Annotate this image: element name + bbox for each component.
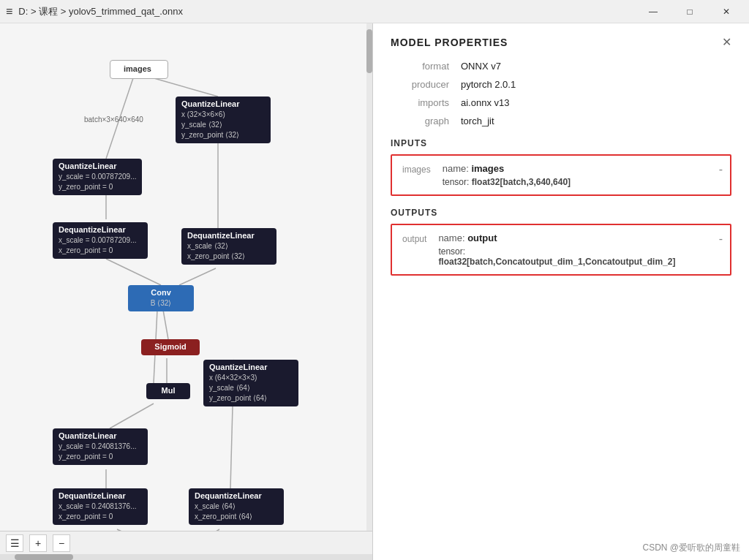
node-quantize1-attr: y_scale = 0.00787209...y_zero_point = 0 bbox=[59, 172, 136, 192]
node-quantize1[interactable]: QuantizeLinear y_scale = 0.00787209...y_… bbox=[53, 159, 142, 195]
format-value: ONNX v7 bbox=[461, 61, 501, 72]
titlebar-path: D: > 课程 > yolov5_trimmed_qat_.onnx bbox=[18, 5, 183, 18]
watermark: CSDN @爱听歌的周童鞋 bbox=[642, 542, 740, 554]
node-quantize4-attr: y_scale = 0.24081376...y_zero_point = 0 bbox=[59, 442, 142, 462]
svg-line-7 bbox=[163, 310, 168, 339]
graph-vscroll[interactable] bbox=[366, 23, 372, 531]
inputs-section-title: INPUTS bbox=[391, 138, 731, 148]
node-dequantize3-attr: x_scale = 0.24081376...x_zero_point = 0 bbox=[59, 502, 142, 522]
node-dequantize2-label: DequantizeLinear bbox=[187, 231, 271, 240]
node-dequantize2[interactable]: DequantizeLinear x_scale ⟨32⟩x_zero_poin… bbox=[181, 228, 276, 265]
svg-line-1 bbox=[146, 76, 218, 97]
inputs-card: images name: images tensor: float32[batc… bbox=[391, 154, 731, 196]
node-quantize4[interactable]: QuantizeLinear y_scale = 0.24081376...y_… bbox=[53, 428, 148, 465]
input-name-row: name: images bbox=[443, 163, 720, 174]
node-images[interactable]: images bbox=[110, 60, 168, 79]
graph-value: torch_jit bbox=[461, 116, 494, 126]
titlebar: ≡ D: > 课程 > yolov5_trimmed_qat_.onnx — □… bbox=[0, 0, 749, 23]
input-card-content: name: images tensor: float32[batch,3,640… bbox=[443, 163, 720, 187]
maximize-button[interactable]: □ bbox=[673, 0, 707, 23]
input-tensor-value: float32[batch,3,640,640] bbox=[472, 177, 571, 187]
svg-line-15 bbox=[187, 529, 219, 531]
input-card-label: images bbox=[402, 163, 431, 187]
hamburger-icon[interactable]: ≡ bbox=[6, 5, 12, 18]
graph-hscroll-thumb bbox=[15, 554, 73, 560]
outputs-section-title: OUTPUTS bbox=[391, 208, 731, 218]
main-layout: batch×3×640×640 bbox=[0, 23, 749, 560]
node-dequantize3[interactable]: DequantizeLinear x_scale = 0.24081376...… bbox=[53, 488, 148, 525]
node-dequantize4-label: DequantizeLinear bbox=[195, 491, 278, 500]
node-quantize1-label: QuantizeLinear bbox=[59, 162, 136, 170]
outputs-card: output name: output tensor:float32[batch… bbox=[391, 224, 731, 276]
input-name-value: images bbox=[471, 163, 504, 174]
titlebar-left: ≡ D: > 课程 > yolov5_trimmed_qat_.onnx bbox=[6, 5, 183, 18]
svg-text:batch×3×640×640: batch×3×640×640 bbox=[84, 116, 143, 124]
format-row: format ONNX v7 bbox=[391, 61, 731, 72]
output-collapse-button[interactable]: - bbox=[719, 232, 723, 246]
imports-row: imports ai.onnx v13 bbox=[391, 97, 731, 108]
output-name-value: output bbox=[467, 232, 497, 243]
svg-line-13 bbox=[230, 406, 233, 488]
zoom-in-icon: + bbox=[35, 537, 41, 549]
node-dequantize3-label: DequantizeLinear bbox=[59, 491, 142, 500]
node-dequantize4-attr: x_scale ⟨64⟩x_zero_point ⟨64⟩ bbox=[195, 502, 278, 522]
window-close-button[interactable]: ✕ bbox=[710, 0, 743, 23]
graph-label: graph bbox=[391, 116, 449, 126]
node-quantize4-label: QuantizeLinear bbox=[59, 431, 142, 440]
zoom-in-button[interactable]: + bbox=[29, 534, 47, 552]
node-quantize3-label: QuantizeLinear bbox=[209, 363, 293, 371]
input-name-key: name: bbox=[443, 163, 472, 174]
producer-value: pytorch 2.0.1 bbox=[461, 79, 516, 90]
titlebar-controls: — □ ✕ bbox=[636, 0, 743, 23]
graph-hscroll[interactable] bbox=[0, 554, 372, 560]
node-dequantize1[interactable]: DequantizeLinear x_scale = 0.00787209...… bbox=[53, 222, 148, 259]
imports-value: ai.onnx v13 bbox=[461, 97, 510, 108]
zoom-out-button[interactable]: − bbox=[53, 534, 70, 552]
imports-label: imports bbox=[391, 97, 449, 108]
output-card-label: output bbox=[402, 232, 426, 267]
node-dequantize2-attr: x_scale ⟨32⟩x_zero_point ⟨32⟩ bbox=[187, 241, 271, 262]
output-name-key: name: bbox=[438, 232, 467, 243]
svg-line-5 bbox=[106, 259, 161, 285]
graph-vscroll-thumb bbox=[366, 29, 372, 73]
panel-close-button[interactable]: ✕ bbox=[722, 35, 731, 49]
graph-toolbar: ☰ + − bbox=[0, 531, 372, 554]
node-quantize2-label: QuantizeLinear bbox=[181, 99, 265, 108]
svg-line-10 bbox=[110, 404, 154, 428]
input-tensor-row: tensor: float32[batch,3,640,640] bbox=[443, 177, 720, 187]
graph-scrollable[interactable]: batch×3×640×640 bbox=[0, 23, 372, 531]
format-label: format bbox=[391, 61, 449, 72]
node-dequantize1-label: DequantizeLinear bbox=[59, 225, 142, 234]
input-collapse-button[interactable]: - bbox=[719, 163, 723, 176]
node-sigmoid-label: Sigmoid bbox=[147, 342, 194, 351]
menu-button[interactable]: ☰ bbox=[6, 534, 23, 552]
node-mul-label: Mul bbox=[152, 386, 184, 395]
node-quantize3[interactable]: QuantizeLinear x (64×32×3×3)y_scale ⟨64⟩… bbox=[203, 360, 298, 406]
panel-title: MODEL PROPERTIES bbox=[391, 37, 508, 48]
svg-line-0 bbox=[106, 76, 134, 159]
node-dequantize4[interactable]: DequantizeLinear x_scale ⟨64⟩x_zero_poin… bbox=[189, 488, 284, 525]
node-images-label: images bbox=[124, 64, 154, 73]
properties-panel: MODEL PROPERTIES ✕ format ONNX v7 produc… bbox=[373, 23, 749, 560]
node-quantize2-attr: x (32×3×6×6)y_scale ⟨32⟩y_zero_point ⟨32… bbox=[181, 110, 265, 140]
output-tensor-value: float32[batch,Concatoutput_dim_1,Concato… bbox=[438, 257, 675, 267]
node-conv1-label: Conv bbox=[134, 288, 188, 297]
output-tensor-key: tensor: bbox=[438, 246, 465, 257]
graph-panel: batch×3×640×640 bbox=[0, 23, 373, 560]
output-card-content: name: output tensor:float32[batch,Concat… bbox=[438, 232, 720, 267]
menu-icon: ☰ bbox=[10, 537, 20, 549]
node-sigmoid[interactable]: Sigmoid bbox=[141, 339, 200, 355]
node-conv1[interactable]: Conv B ⟨32⟩ bbox=[128, 285, 194, 311]
zoom-out-icon: − bbox=[59, 537, 64, 549]
panel-header: MODEL PROPERTIES ✕ bbox=[391, 35, 731, 49]
output-tensor-row: tensor:float32[batch,Concatoutput_dim_1,… bbox=[438, 246, 720, 267]
output-name-row: name: output bbox=[438, 232, 720, 243]
input-tensor-key: tensor: bbox=[443, 177, 472, 187]
producer-label: producer bbox=[391, 79, 449, 90]
node-dequantize1-attr: x_scale = 0.00787209...x_zero_point = 0 bbox=[59, 235, 142, 256]
node-mul[interactable]: Mul bbox=[146, 383, 190, 399]
node-quantize2[interactable]: QuantizeLinear x (32×3×6×6)y_scale ⟨32⟩y… bbox=[176, 97, 271, 143]
graph-canvas: batch×3×640×640 bbox=[0, 23, 372, 531]
node-quantize3-attr: x (64×32×3×3)y_scale ⟨64⟩y_zero_point ⟨6… bbox=[209, 373, 293, 404]
minimize-button[interactable]: — bbox=[636, 0, 670, 23]
